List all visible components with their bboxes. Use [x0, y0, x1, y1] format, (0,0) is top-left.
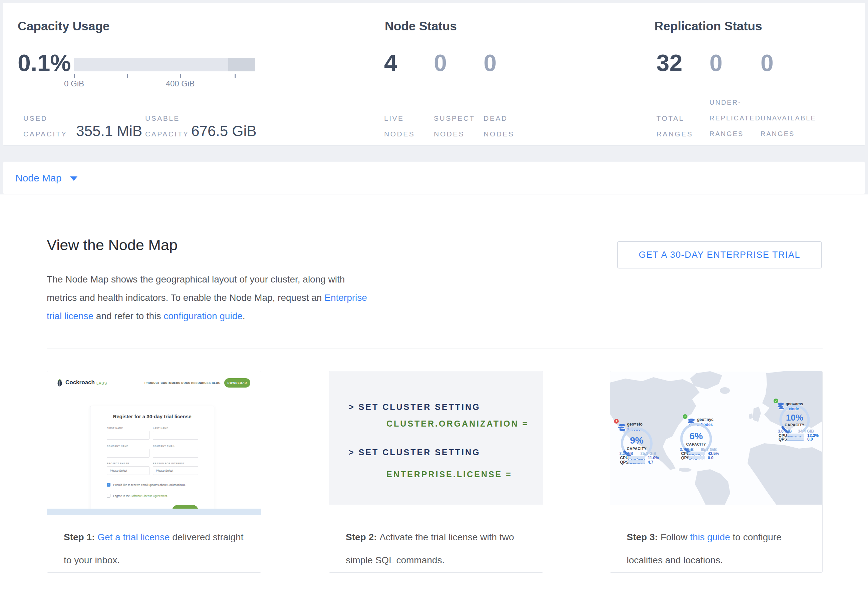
- step1-caption: Step 1: Get a trial license delivered st…: [64, 531, 243, 544]
- mini-check1-text: I would like to receive email updates ab…: [113, 483, 186, 487]
- configuration-guide-link[interactable]: configuration guide: [164, 311, 243, 321]
- sql-arg-1: CLUSTER.ORGANIZATION =: [387, 418, 528, 429]
- capacity-word: CAPACITY: [679, 442, 713, 446]
- checkbox-unchecked-icon: [107, 494, 111, 497]
- warning-count-badge: 1: [614, 419, 619, 424]
- total-ranges-value: 32: [657, 50, 682, 76]
- mini-first-name-input: [107, 431, 149, 440]
- capacity-axis-label-0: 0 GiB: [54, 79, 94, 88]
- cpu-sparkline: [688, 452, 705, 455]
- sql-arg-2: ENTERPRISE.LICENSE =: [387, 469, 512, 480]
- mini-reason-select: Please Select: [153, 466, 198, 475]
- node-map-dropdown[interactable]: Node Map: [15, 162, 77, 194]
- node-status-title: Node Status: [385, 19, 457, 34]
- total-ranges-label: TOTAL RANGES: [657, 110, 693, 142]
- suspect-nodes-value: 0: [434, 50, 447, 76]
- capacity-word: CAPACITY: [620, 447, 653, 450]
- step3-caption: Step 3: Follow this guide to configure: [627, 531, 782, 544]
- intro-line-1: The Node Map shows the geographical layo…: [47, 270, 367, 288]
- cluster-summary-panel: Capacity Usage 0.1% 0 GiB 400 GiB USED C…: [3, 3, 865, 146]
- capacity-percent-value: 0.1%: [18, 50, 71, 76]
- dead-nodes-label: DEAD NODES: [484, 110, 514, 142]
- capacity-total-gib: 34.4 GiB: [794, 429, 814, 434]
- mini-site-footer-strip: [47, 509, 261, 515]
- cpu-value: 11.0%: [648, 456, 659, 460]
- qps-value: 0.0: [807, 437, 813, 441]
- capacity-usage-title: Capacity Usage: [18, 19, 110, 34]
- mini-nav-docs: DOCS: [181, 381, 190, 384]
- sql-snippet-area: > SET CLUSTER SETTING CLUSTER.ORGANIZATI…: [329, 371, 543, 505]
- replication-status-title: Replication Status: [654, 19, 762, 34]
- locality-name: geo=sfo: [627, 422, 642, 427]
- mini-project-phase-select: Please Select: [107, 466, 149, 475]
- step3-caption-line2: localities and locations.: [627, 554, 723, 567]
- page-title: View the Node Map: [47, 235, 177, 255]
- checkbox-checked-icon: ✓: [107, 483, 111, 487]
- mini-download-button: DOWNLOAD: [224, 378, 250, 387]
- mini-field-label: COMPANY EMAIL: [153, 445, 175, 447]
- mini-field-label: COMPANY NAME: [107, 445, 128, 447]
- mini-nav-blog: BLOG: [211, 381, 221, 384]
- mini-last-name-input: [153, 431, 198, 440]
- locality-sfo: 1 geo=sfo 2 Nodes 9% CAPACITY 3.2 GiB 35…: [613, 418, 673, 471]
- intro-line-2: metrics and health indicators. To enable…: [47, 288, 367, 307]
- brand-name: Cockroach: [65, 379, 95, 386]
- mini-registration-form: Register for a 30-day trial license FIRS…: [90, 406, 214, 515]
- locality-nyc: ✓ geo=nyc 2 Nodes 6% CAPACITY 3.7 GiB 65…: [677, 414, 737, 467]
- mini-form-title: Register for a 30-day trial license: [90, 413, 214, 419]
- cpu-sparkline: [628, 456, 645, 459]
- qps-sparkline: [787, 437, 804, 441]
- mini-field-label: LAST NAME: [153, 427, 168, 429]
- capacity-total-gib: 35.1 GiB: [636, 451, 657, 456]
- capacity-used-gib: 3.2 GiB: [619, 451, 633, 456]
- step3-card: 1 geo=sfo 2 Nodes 9% CAPACITY 3.2 GiB 35…: [610, 371, 822, 572]
- dead-nodes-value: 0: [484, 50, 497, 76]
- used-capacity-label: USED CAPACITY: [24, 110, 67, 142]
- cpu-label: CPU: [620, 456, 628, 460]
- section-divider: [47, 349, 822, 349]
- mini-license-agreement-link: Software License Agreement.: [130, 494, 168, 497]
- capacity-bar-unusable-segment: [228, 58, 255, 71]
- usable-capacity-label: USABLE CAPACITY: [145, 110, 189, 142]
- this-guide-link[interactable]: this guide: [690, 532, 730, 542]
- get-trial-license-link[interactable]: Get a trial license: [97, 532, 170, 542]
- capacity-percent: 9%: [620, 435, 653, 446]
- qps-sparkline: [628, 460, 645, 464]
- capacity-axis-tick: [180, 74, 181, 78]
- locality-ams: ✓ geo=ams 1 Node 10% CAPACITY 3.6 GiB 34…: [770, 398, 822, 448]
- mini-nav-resources: RESOURCES: [191, 381, 211, 384]
- enterprise-trial-license-link[interactable]: trial license: [47, 311, 93, 321]
- mini-check2-text: I agree to the Software License Agreemen…: [113, 494, 168, 497]
- chevron-down-icon: [70, 177, 77, 181]
- view-selector-bar: Node Map: [3, 162, 865, 194]
- capacity-used-gib: 3.6 GiB: [778, 429, 791, 434]
- unavailable-ranges-value: 0: [760, 50, 774, 76]
- step1-caption-line2: to your inbox.: [64, 554, 120, 567]
- step2-card: > SET CLUSTER SETTING CLUSTER.ORGANIZATI…: [329, 371, 543, 572]
- under-replicated-ranges-label: UNDER- REPLICATED RANGES: [710, 95, 761, 142]
- capacity-axis-label-400: 400 GiB: [160, 79, 200, 88]
- capacity-percent: 10%: [778, 413, 811, 423]
- locality-name: geo=nyc: [697, 417, 713, 422]
- mini-field-label: FIRST NAME: [107, 427, 123, 429]
- node-map-preview: 1 geo=sfo 2 Nodes 9% CAPACITY 3.2 GiB 35…: [610, 371, 822, 505]
- enterprise-trial-license-link[interactable]: Enterprise: [324, 293, 367, 303]
- intro-line-3: trial license and refer to this configur…: [47, 307, 367, 325]
- capacity-axis-tick: [74, 74, 75, 78]
- qps-label: QPS: [620, 460, 628, 465]
- mini-field-label: PROJECT PHASE: [107, 462, 129, 465]
- used-capacity-value: 355.1 MiB: [76, 122, 142, 140]
- sql-command-2: > SET CLUSTER SETTING: [349, 447, 480, 458]
- capacity-word: CAPACITY: [778, 423, 811, 427]
- cpu-value: 42.5%: [708, 451, 719, 456]
- under-replicated-ranges-value: 0: [710, 50, 722, 76]
- enterprise-trial-button[interactable]: GET A 30-DAY ENTERPRISE TRIAL: [617, 241, 822, 268]
- live-nodes-label: LIVE NODES: [384, 110, 415, 142]
- capacity-bar: [74, 58, 255, 71]
- mini-nav-product: PRODUCT: [145, 381, 160, 384]
- mini-company-name-input: [107, 449, 149, 458]
- qps-sparkline: [688, 456, 705, 459]
- healthy-check-badge: ✓: [683, 414, 688, 419]
- step2-caption-line2: simple SQL commands.: [346, 554, 444, 567]
- capacity-percent: 6%: [679, 431, 713, 441]
